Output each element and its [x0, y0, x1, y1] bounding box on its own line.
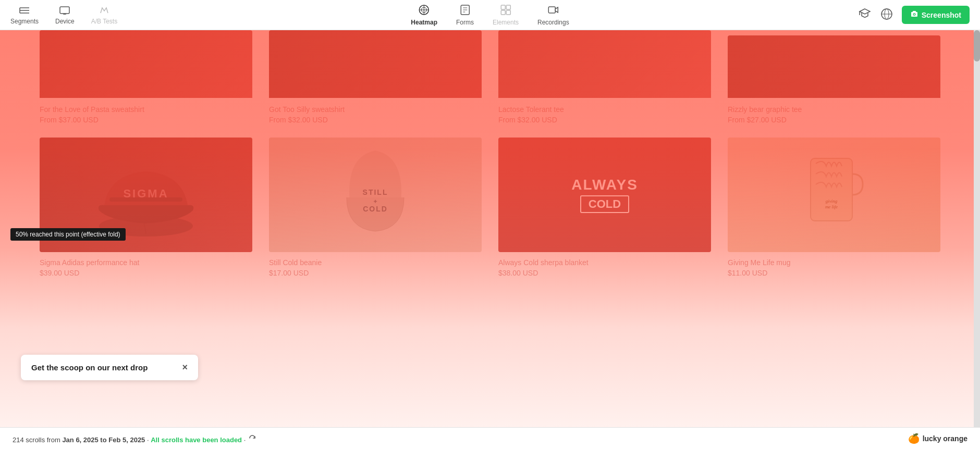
product-name-rizzly: Rizzly bear graphic tee [728, 105, 940, 114]
svg-rect-19 [548, 7, 555, 13]
segments-label: Segments [10, 18, 39, 25]
footer-bar: 214 scrolls from Jan 6, 2025 to Feb 5, 2… [0, 427, 980, 449]
product-price-beanie: $17.00 USD [269, 269, 482, 277]
date-range: Jan 6, 2025 to Feb 5, 2025 [62, 436, 145, 444]
orange-icon: 🍊 [908, 433, 920, 444]
nav-item-forms[interactable]: Forms [456, 4, 474, 26]
main-content: For the Love of Pasta sweatshirt From $3… [0, 30, 980, 427]
product-price-mug: $11.00 USD [728, 269, 940, 277]
product-price-blanket: $38.00 USD [498, 269, 711, 277]
camera-icon [910, 10, 918, 20]
learn-icon[interactable] [858, 7, 872, 23]
heatmap-icon [419, 4, 430, 17]
forms-label: Forms [456, 19, 474, 26]
ab-tests-label: A/B Tests [91, 18, 117, 25]
product-card-hat: SIGMA Sigma Adidas performance hat $39.0… [31, 133, 261, 281]
fold-marker: 50% reached this point (effective fold) [0, 228, 980, 241]
ab-tests-icon [99, 5, 110, 16]
nav-right: Screenshot [858, 6, 970, 24]
forms-icon [459, 4, 471, 17]
svg-rect-16 [506, 5, 510, 9]
product-price-hat: $39.00 USD [40, 269, 252, 277]
elements-icon [500, 4, 511, 17]
nav-item-ab-tests: A/B Tests [91, 5, 117, 25]
product-name-lactose: Lactose Tolerant tee [498, 105, 711, 114]
product-price-lactose: From $32.00 USD [498, 116, 711, 124]
product-row-2: SIGMA Sigma Adidas performance hat $39.0… [0, 128, 980, 292]
blanket-text-2: COLD [580, 195, 629, 213]
svg-rect-4 [60, 7, 69, 14]
popup-banner: Get the scoop on our next drop × [21, 355, 198, 380]
count-number: 214 scrolls from [13, 436, 60, 444]
footer-left: 214 scrolls from Jan 6, 2025 to Feb 5, 2… [13, 433, 257, 444]
product-name-hat: Sigma Adidas performance hat [40, 258, 252, 267]
svg-text:SIGMA: SIGMA [123, 187, 168, 200]
product-card-blanket: ALWAYS COLD Always Cold sherpa blanket $… [490, 133, 719, 281]
product-name-pasta: For the Love of Pasta sweatshirt [40, 105, 252, 114]
nav-center: Heatmap Forms El [411, 4, 569, 26]
svg-point-24 [914, 14, 915, 15]
product-card-lactose: Lactose Tolerant tee From $32.00 USD [490, 101, 719, 128]
nav-item-segments[interactable]: Segments [10, 5, 39, 25]
heatmap-label: Heatmap [411, 19, 437, 26]
svg-rect-18 [506, 10, 510, 15]
svg-rect-17 [501, 10, 505, 15]
scrollbar-track[interactable] [974, 30, 980, 427]
loaded-text: All scrolls have been loaded [151, 436, 242, 444]
separator-2: · [244, 436, 248, 444]
fold-label: 50% reached this point (effective fold) [10, 228, 126, 241]
product-card-mug: giving me life Giving Me Life mug $11.00… [719, 133, 949, 281]
product-card-silly: Got Too Silly sweatshirt From $32.00 USD [261, 101, 490, 128]
product-name-mug: Giving Me Life mug [728, 258, 940, 267]
svg-text:✦: ✦ [373, 198, 378, 205]
refresh-icon[interactable] [248, 433, 257, 443]
footer-right: 🍊 lucky orange [908, 433, 967, 444]
globe-icon[interactable] [880, 7, 893, 23]
popup-text: Get the scoop on our next drop [31, 363, 148, 372]
device-label: Device [55, 18, 75, 25]
product-card-beanie: STILL ✦ COLD Still Cold beanie $17.00 US… [261, 133, 490, 281]
svg-text:STILL: STILL [363, 188, 388, 196]
scrollbar-thumb[interactable] [974, 30, 980, 61]
product-name-beanie: Still Cold beanie [269, 258, 482, 267]
top-nav: Segments Device A/B Tests [0, 0, 980, 30]
recordings-label: Recordings [537, 19, 569, 26]
screenshot-label: Screenshot [922, 11, 961, 19]
product-card-rizzly: Rizzly bear graphic tee From $27.00 USD [719, 101, 949, 128]
nav-left: Segments Device A/B Tests [10, 5, 117, 25]
partial-card-3 [490, 30, 719, 98]
partial-card-4 [719, 30, 949, 98]
svg-text:COLD: COLD [363, 205, 388, 213]
partial-products-top [0, 30, 980, 98]
lucky-orange-logo: 🍊 lucky orange [908, 433, 967, 444]
elements-label: Elements [493, 19, 519, 26]
nav-item-device[interactable]: Device [55, 5, 75, 25]
svg-text:me life: me life [825, 204, 838, 209]
product-price-silly: From $32.00 USD [269, 116, 482, 124]
device-icon [59, 5, 70, 16]
brand-name: lucky orange [923, 434, 967, 443]
product-card-pasta: For the Love of Pasta sweatshirt From $3… [31, 101, 261, 128]
recordings-icon [547, 4, 559, 17]
nav-item-elements: Elements [493, 4, 519, 26]
partial-card-1 [31, 30, 261, 98]
nav-item-heatmap[interactable]: Heatmap [411, 4, 437, 26]
nav-item-recordings[interactable]: Recordings [537, 4, 569, 26]
svg-rect-15 [501, 5, 505, 9]
product-price-rizzly: From $27.00 USD [728, 116, 940, 124]
product-name-silly: Got Too Silly sweatshirt [269, 105, 482, 114]
scroll-count: 214 scrolls from Jan 6, 2025 to Feb 5, 2… [13, 433, 257, 444]
popup-close-button[interactable]: × [182, 362, 188, 373]
partial-card-2 [261, 30, 490, 98]
screenshot-button[interactable]: Screenshot [902, 6, 970, 24]
product-row-1-info: For the Love of Pasta sweatshirt From $3… [0, 98, 980, 128]
svg-text:giving: giving [826, 198, 838, 204]
product-price-pasta: From $37.00 USD [40, 116, 252, 124]
segments-icon [19, 5, 30, 16]
blanket-text-1: ALWAYS [571, 177, 638, 193]
product-name-blanket: Always Cold sherpa blanket [498, 258, 711, 267]
